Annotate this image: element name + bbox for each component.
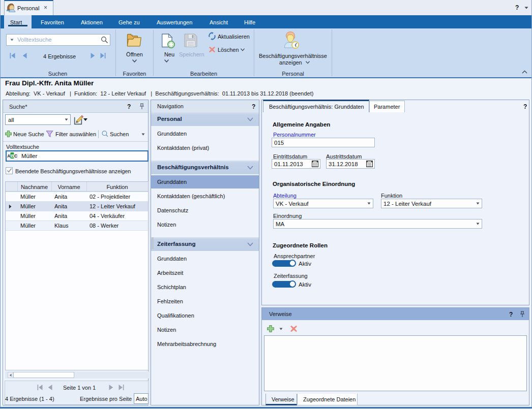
svg-text:C: C — [14, 153, 17, 159]
svg-text:A: A — [7, 153, 10, 159]
svg-text:B: B — [11, 153, 14, 159]
